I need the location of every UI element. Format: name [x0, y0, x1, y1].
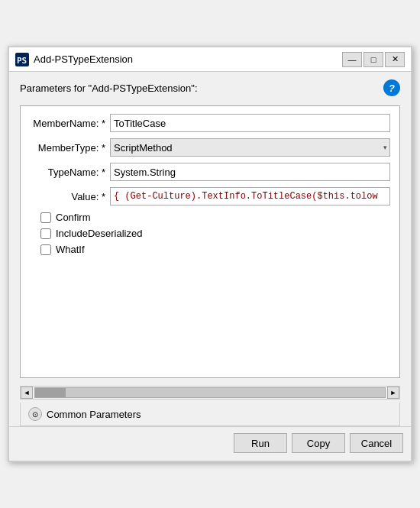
confirm-label: Confirm — [56, 212, 91, 223]
params-title: Parameters for "Add-PSTypeExtension": — [20, 83, 198, 94]
chevron-icon: ⊙ — [28, 407, 42, 421]
footer: Run Copy Cancel — [9, 426, 411, 461]
window-controls: — □ ✕ — [342, 52, 405, 67]
form-spacer — [30, 260, 390, 367]
svg-text:PS: PS — [17, 56, 27, 66]
horizontal-scrollbar[interactable]: ◄ ► — [20, 386, 400, 400]
chevron-symbol: ⊙ — [32, 410, 38, 419]
main-content: Parameters for "Add-PSTypeExtension": ? … — [9, 72, 411, 386]
common-params-label: Common Parameters — [47, 409, 141, 420]
include-deserialized-label: IncludeDeserialized — [56, 228, 142, 239]
value-input[interactable] — [110, 187, 390, 205]
type-name-row: TypeName: * — [30, 163, 390, 181]
title-bar: PS Add-PSTypeExtension — □ ✕ — [9, 47, 411, 72]
confirm-checkbox[interactable] — [40, 212, 51, 223]
app-icon: PS — [15, 53, 29, 66]
member-name-input[interactable] — [110, 114, 390, 132]
whatif-label: WhatIf — [56, 244, 85, 255]
help-button[interactable]: ? — [383, 79, 400, 96]
copy-button[interactable]: Copy — [292, 433, 345, 453]
scroll-thumb[interactable] — [35, 388, 66, 397]
member-type-row: MemberType: * ScriptMethod ScriptPropert… — [30, 138, 390, 157]
member-name-label: MemberName: * — [30, 118, 110, 129]
type-name-label: TypeName: * — [30, 167, 110, 178]
scroll-track[interactable] — [34, 387, 386, 398]
form-area: MemberName: * MemberType: * ScriptMethod… — [20, 105, 400, 378]
scroll-right-button[interactable]: ► — [387, 387, 399, 399]
value-label: Value: * — [30, 191, 110, 202]
close-button[interactable]: ✕ — [385, 52, 405, 67]
include-deserialized-row: IncludeDeserialized — [30, 228, 390, 239]
common-params-bar[interactable]: ⊙ Common Parameters — [20, 403, 400, 426]
whatif-checkbox[interactable] — [40, 244, 51, 255]
app-window: PS Add-PSTypeExtension — □ ✕ Parameters … — [8, 46, 412, 462]
member-type-label: MemberType: * — [30, 142, 110, 154]
type-name-input[interactable] — [110, 163, 390, 181]
include-deserialized-checkbox[interactable] — [40, 228, 51, 239]
value-row: Value: * — [30, 187, 390, 205]
cancel-button[interactable]: Cancel — [350, 433, 403, 453]
maximize-button[interactable]: □ — [363, 52, 383, 67]
member-type-select-wrapper: ScriptMethod ScriptProperty NoteProperty… — [110, 138, 390, 157]
confirm-row: Confirm — [30, 212, 390, 223]
window-title: Add-PSTypeExtension — [34, 53, 342, 65]
minimize-button[interactable]: — — [342, 52, 362, 67]
whatif-row: WhatIf — [30, 244, 390, 255]
member-type-select[interactable]: ScriptMethod ScriptProperty NoteProperty… — [110, 138, 390, 157]
params-header: Parameters for "Add-PSTypeExtension": ? — [20, 79, 400, 96]
member-name-row: MemberName: * — [30, 114, 390, 132]
scroll-left-button[interactable]: ◄ — [21, 387, 33, 399]
run-button[interactable]: Run — [234, 433, 287, 453]
